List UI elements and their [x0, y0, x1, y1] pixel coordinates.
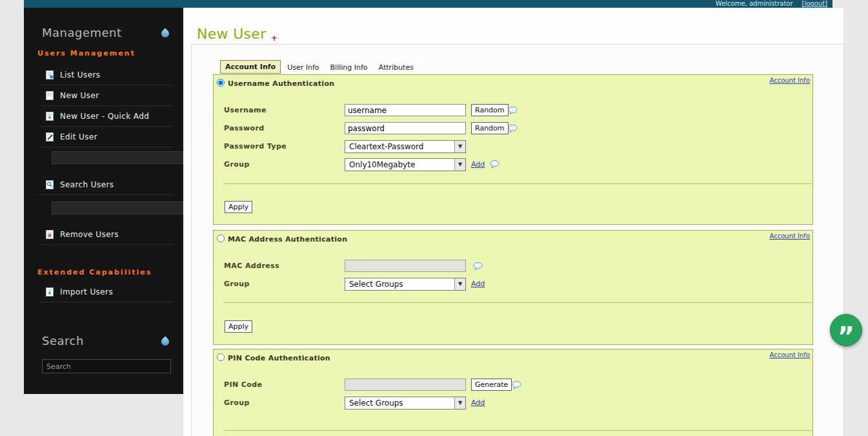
- users-management-label: Users Management: [37, 49, 136, 57]
- tab-billing-info[interactable]: Billing Info: [326, 61, 372, 74]
- sidebar-item-label: New User: [60, 91, 99, 100]
- username-auth-title: Username Authentication: [228, 79, 334, 88]
- sidebar-item-list-users[interactable]: List Users: [37, 65, 174, 85]
- username-auth-section: Username Authentication Account Info Use…: [213, 74, 813, 225]
- sidebar-item-new-user[interactable]: New User: [37, 85, 174, 106]
- pin-auth-title: PIN Code Authentication: [228, 354, 330, 362]
- sidebar-item-remove-users[interactable]: Remove Users: [37, 224, 174, 245]
- password-type-value: Cleartext-Password: [349, 142, 423, 151]
- username-auth-radio[interactable]: [217, 79, 225, 87]
- pin-code-label: PIN Code: [224, 380, 262, 389]
- sidebar-item-search-users[interactable]: Search Users: [37, 174, 174, 195]
- group-label: Group: [224, 280, 250, 288]
- tab-attributes[interactable]: Attributes: [374, 61, 418, 74]
- import-users-icon: [45, 287, 54, 296]
- sidebar-item-label: List Users: [60, 70, 100, 79]
- section-divider: [224, 183, 812, 184]
- section-divider: [224, 302, 812, 303]
- username-random-button[interactable]: Random: [471, 104, 509, 116]
- page-title: New User: [197, 26, 267, 42]
- topbar: Welcome, administrator[logout]: [24, 0, 833, 8]
- water-drop-icon: [160, 28, 171, 39]
- pin-code-input[interactable]: [345, 379, 466, 391]
- password-random-button[interactable]: Random: [471, 122, 509, 134]
- management-title: Management: [42, 26, 122, 39]
- list-users-icon: [45, 70, 54, 79]
- new-user-icon: [45, 91, 54, 100]
- sidebar-item-label: New User - Quick Add: [60, 112, 149, 121]
- sidebar-item-new-user-quick-add[interactable]: New User - Quick Add: [37, 106, 174, 127]
- mac-tooltip-bubble-icon[interactable]: [473, 261, 483, 269]
- username-group-select[interactable]: Only10Megabyte ▼: [345, 158, 466, 171]
- chevron-down-icon: ▼: [454, 278, 465, 290]
- edit-user-username-input[interactable]: [52, 151, 183, 164]
- pin-group-value: Select Groups: [349, 399, 403, 408]
- sidebar-item-label: Search Users: [60, 180, 114, 189]
- username-auth-apply-button[interactable]: Apply: [225, 201, 252, 213]
- account-info-link[interactable]: Account Info: [770, 77, 810, 84]
- sidebar-item-label: Import Users: [60, 287, 113, 296]
- sidebar-item-label: Remove Users: [60, 230, 119, 239]
- remove-users-icon: [45, 230, 54, 239]
- account-info-link[interactable]: Account Info: [770, 351, 810, 358]
- mac-group-add-link[interactable]: Add: [471, 280, 485, 288]
- group-label: Group: [224, 399, 250, 407]
- password-type-label: Password Type: [224, 142, 287, 151]
- chevron-down-icon: ▼: [454, 141, 465, 152]
- account-info-link[interactable]: Account Info: [770, 233, 810, 240]
- search-users-icon: [45, 180, 54, 189]
- mac-group-select[interactable]: Select Groups ▼: [345, 278, 466, 291]
- quick-add-icon: [45, 112, 54, 121]
- mac-address-label: MAC Address: [224, 262, 279, 270]
- mac-auth-section: MAC Address Authentication Account Info …: [213, 230, 813, 345]
- chevron-down-icon: ▼: [454, 397, 465, 409]
- mac-auth-apply-button[interactable]: Apply: [225, 320, 252, 333]
- water-drop-icon: [160, 337, 171, 348]
- password-tooltip-bubble-icon[interactable]: [508, 123, 518, 132]
- sidebar: Management Users Management List Users N…: [24, 8, 183, 394]
- pin-generate-button[interactable]: Generate: [471, 379, 512, 391]
- password-type-select[interactable]: Cleartext-Password ▼: [345, 140, 466, 153]
- search-users-query-input[interactable]: [52, 202, 183, 214]
- mac-group-value: Select Groups: [349, 280, 403, 289]
- username-label: Username: [224, 106, 267, 114]
- chevron-down-icon: ▼: [454, 159, 465, 171]
- sidebar-item-edit-user[interactable]: Edit User: [37, 127, 174, 147]
- quote-icon: ”: [838, 324, 854, 349]
- section-divider: [224, 430, 812, 431]
- mac-auth-radio[interactable]: [217, 234, 225, 242]
- password-label: Password: [224, 124, 265, 132]
- tab-bar: Account Info User Info Billing Info Attr…: [220, 60, 418, 74]
- pin-auth-radio[interactable]: [217, 353, 225, 361]
- group-label: Group: [224, 160, 250, 169]
- logout-link[interactable]: [logout]: [802, 0, 827, 7]
- pin-group-add-link[interactable]: Add: [471, 399, 485, 407]
- sidebar-search-input[interactable]: [42, 359, 171, 373]
- feedback-button[interactable]: ”: [830, 314, 862, 346]
- sidebar-item-label: Edit User: [60, 132, 97, 141]
- tab-user-info[interactable]: User Info: [283, 61, 323, 74]
- page: Welcome, administrator[logout] Managemen…: [0, 0, 868, 436]
- username-group-add-link[interactable]: Add: [471, 160, 485, 169]
- tab-account-info[interactable]: Account Info: [220, 60, 281, 74]
- sidebar-item-import-users[interactable]: Import Users: [37, 282, 174, 302]
- pin-tooltip-bubble-icon[interactable]: [512, 380, 521, 388]
- title-plus-icon[interactable]: +: [271, 34, 278, 43]
- mac-auth-title: MAC Address Authentication: [228, 235, 347, 244]
- username-input[interactable]: [345, 104, 466, 116]
- search-title: Search: [42, 334, 84, 348]
- edit-user-icon: [45, 132, 54, 141]
- pin-auth-section: PIN Code Authentication Account Info PIN…: [213, 349, 813, 436]
- welcome-bar: Welcome, administrator[logout]: [716, 0, 827, 8]
- pin-group-select[interactable]: Select Groups ▼: [345, 397, 466, 410]
- extended-capabilities-label: Extended Capabilities: [37, 268, 152, 276]
- welcome-text: Welcome, administrator: [716, 0, 793, 7]
- mac-address-input[interactable]: [345, 260, 466, 272]
- username-tooltip-bubble-icon[interactable]: [508, 105, 518, 114]
- password-input[interactable]: [345, 122, 466, 134]
- group-tooltip-bubble-icon[interactable]: [490, 159, 500, 167]
- username-group-value: Only10Megabyte: [349, 160, 415, 169]
